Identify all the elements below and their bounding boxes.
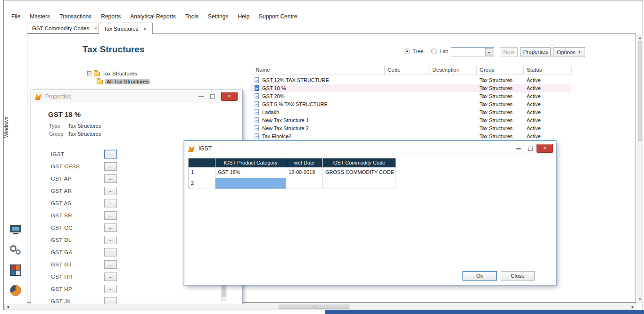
document-icon: [255, 101, 259, 107]
grid-cell[interactable]: [323, 178, 396, 189]
column-header-status[interactable]: Status: [527, 67, 542, 73]
type-row: Type Tax Structures: [49, 123, 101, 129]
table-row-gst-18[interactable]: GST 18 %Tax StructuresActive: [250, 84, 571, 92]
list-radio-button[interactable]: [431, 49, 437, 54]
menu-item-transactions[interactable]: Transactions: [59, 13, 91, 20]
column-header-description[interactable]: Description: [432, 67, 460, 73]
menu-item-masters[interactable]: Masters: [30, 13, 50, 20]
menu-item-file[interactable]: File: [11, 13, 20, 20]
column-separator: [571, 66, 572, 74]
minimize-icon[interactable]: [516, 148, 521, 149]
tree-node-root[interactable]: − Tax Structures: [87, 69, 150, 77]
field-label-gst-dl: GST DL: [51, 237, 72, 243]
dock-item-reports[interactable]: [10, 285, 23, 299]
close-icon[interactable]: ×: [537, 144, 553, 153]
vertical-scrollbar[interactable]: ▲ ▼: [637, 34, 643, 303]
table-row-gst-5-tax-structure[interactable]: GST 5 % TAX STRUCTURETax StructuresActiv…: [250, 100, 571, 108]
ellipsis-button-gst-ga[interactable]: ...: [104, 248, 117, 256]
grid-cell[interactable]: 2: [189, 178, 215, 189]
ellipsis-button-gst-as[interactable]: ...: [104, 199, 117, 207]
property-row-gst-as: GST AS...: [51, 199, 145, 210]
ok-button[interactable]: Ok: [462, 271, 497, 281]
cell-name: New Tax Structure 2: [262, 125, 309, 131]
grid-cell[interactable]: 12-08-2019: [286, 167, 323, 178]
ellipsis-button-gst-br[interactable]: ...: [104, 211, 117, 220]
horizontal-scrollbar[interactable]: ◀ ▶: [4, 304, 636, 310]
ellipsis-button-gst-cess[interactable]: ...: [104, 162, 117, 171]
menu-item-help[interactable]: Help: [238, 13, 249, 20]
minimize-icon[interactable]: [198, 96, 204, 97]
menu-item-support-centre[interactable]: Support Centre: [259, 13, 297, 20]
tab-gst-commodity-codes[interactable]: GST Commodity Codes×: [27, 23, 103, 33]
tab-close-icon[interactable]: ×: [93, 25, 98, 31]
close-button[interactable]: Close: [501, 271, 535, 281]
menu-item-analytical-reports[interactable]: Analytical Reports: [130, 13, 176, 20]
cell-status: Active: [527, 77, 541, 83]
horizontal-scrollbar-thumb[interactable]: [279, 305, 349, 309]
scroll-right-icon[interactable]: ▶: [630, 304, 636, 309]
column-header-code[interactable]: Code: [388, 67, 401, 73]
collapse-icon[interactable]: −: [87, 71, 91, 75]
dialog-titlebar[interactable]: IGST ×: [184, 141, 556, 156]
new-button[interactable]: New: [500, 47, 518, 57]
grid-cell[interactable]: GST 18%: [215, 167, 286, 178]
grid-row-1: 1GST 18%12-08-2019GROSS COMMODITY CODE: [189, 167, 396, 178]
pie-chart-icon: [10, 285, 21, 296]
document-icon: [255, 117, 259, 123]
scroll-up-icon[interactable]: ▲: [637, 34, 643, 41]
ellipsis-button-gst-cg[interactable]: ...: [104, 223, 117, 232]
menu-item-tools[interactable]: Tools: [185, 13, 198, 20]
tree-child-label[interactable]: All Tax Structures: [105, 79, 150, 84]
grid-header-igst-product-category: IGST Product Category: [215, 158, 286, 167]
tab-close-icon[interactable]: ×: [143, 26, 148, 32]
maximize-icon[interactable]: [528, 147, 533, 151]
grid-cell[interactable]: [286, 178, 323, 189]
tree-node-all-tax-structures[interactable]: All Tax Structures: [97, 77, 150, 85]
quick-select-combobox[interactable]: ▼: [451, 47, 494, 57]
open-folder-icon: [97, 80, 103, 84]
tree-root-label[interactable]: Tax Structures: [102, 71, 137, 76]
dialog-titlebar[interactable]: Properties ×: [31, 90, 242, 103]
ellipsis-button-gst-dl[interactable]: ...: [104, 236, 117, 244]
table-row-ladakh[interactable]: LadakhTax StructuresActive: [250, 108, 571, 116]
vertical-scrollbar-thumb[interactable]: [638, 41, 642, 141]
dock-item-monitor[interactable]: [10, 225, 23, 239]
ellipsis-button-gst-hr[interactable]: ...: [104, 273, 117, 281]
scroll-down-icon[interactable]: ▼: [637, 296, 643, 302]
dock-item-settings[interactable]: [9, 244, 23, 258]
tree-radio-button[interactable]: [405, 49, 410, 54]
menu-item-reports[interactable]: Reports: [101, 13, 121, 20]
grid-cell[interactable]: 1: [189, 167, 215, 178]
ellipsis-button-gst-ap[interactable]: ...: [104, 174, 117, 183]
chevron-down-icon[interactable]: ▼: [485, 48, 493, 56]
column-separator: [476, 66, 477, 74]
property-row-gst-ga: GST GA...: [51, 248, 145, 259]
column-header-group[interactable]: Group: [479, 67, 495, 73]
grid-cell[interactable]: GROSS COMMODITY CODE: [323, 167, 396, 178]
cell-name: Tax Einoice2: [262, 133, 291, 139]
taskbar-fragment[interactable]: [325, 310, 644, 314]
options-button[interactable]: Options ▼: [553, 47, 585, 57]
maximize-icon[interactable]: [210, 94, 215, 99]
table-row-gst-28[interactable]: GST 28%Tax StructuresActive: [250, 92, 571, 100]
ellipsis-button-gst-ar[interactable]: ...: [104, 187, 117, 195]
scroll-left-icon[interactable]: ◀: [5, 304, 11, 309]
ellipsis-button-gst-hp[interactable]: ...: [104, 285, 117, 293]
dock-item-modules[interactable]: [10, 264, 23, 279]
close-icon[interactable]: ×: [221, 92, 238, 101]
list-radio-label[interactable]: List: [439, 49, 448, 54]
table-row-new-tax-structure-2[interactable]: New Tax Structure 2Tax StructuresActive: [250, 124, 571, 132]
table-row-gst-12-tax-structure[interactable]: GST 12% TAX STRUCTURETax StructuresActiv…: [250, 76, 571, 84]
ellipsis-button-gst-gj[interactable]: ...: [104, 260, 117, 269]
ellipsis-button-igst[interactable]: ...: [104, 150, 117, 158]
tab-tax-structures[interactable]: Tax Structures×: [99, 23, 153, 34]
windows-panel-tab[interactable]: Windows: [3, 113, 10, 141]
menu-item-settings[interactable]: Settings: [208, 13, 228, 20]
column-header-name[interactable]: Name: [256, 67, 270, 73]
table-row-new-tax-structure-1[interactable]: New Tax Structure 1Tax StructuresActive: [250, 116, 571, 124]
grid-cell[interactable]: [215, 178, 286, 189]
table-row-tax-einoice2[interactable]: Tax Einoice2Tax StructuresActive: [250, 132, 571, 140]
properties-button[interactable]: Properties: [520, 47, 551, 57]
tree-radio-label[interactable]: Tree: [413, 49, 423, 54]
ellipsis-button-gst-jk[interactable]: ...: [104, 297, 117, 304]
